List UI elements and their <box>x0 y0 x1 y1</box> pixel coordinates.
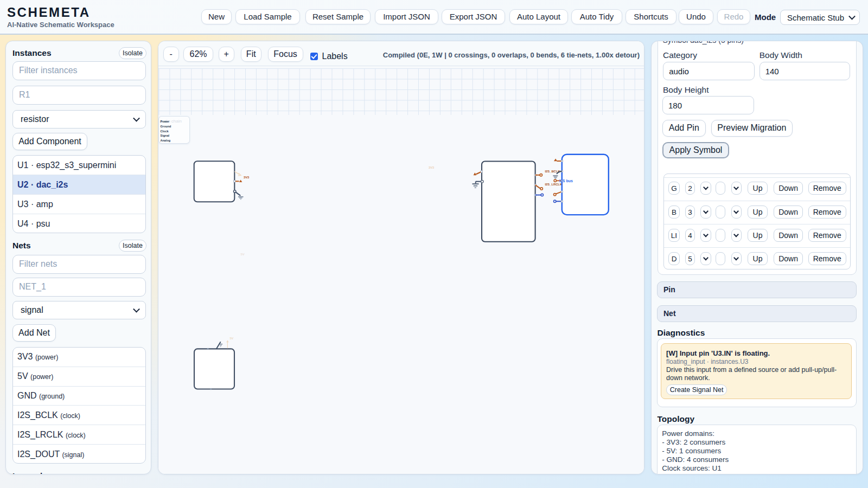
svg-text:I2S_LRCLK: I2S_LRCLK <box>545 183 563 186</box>
svg-text:3V3: 3V3 <box>244 175 250 178</box>
svg-text:5V: 5V <box>241 253 245 256</box>
svg-text:3V3: 3V3 <box>429 165 435 169</box>
svg-text:5V: 5V <box>229 336 233 339</box>
svg-text:I2S bus: I2S bus <box>559 178 573 182</box>
